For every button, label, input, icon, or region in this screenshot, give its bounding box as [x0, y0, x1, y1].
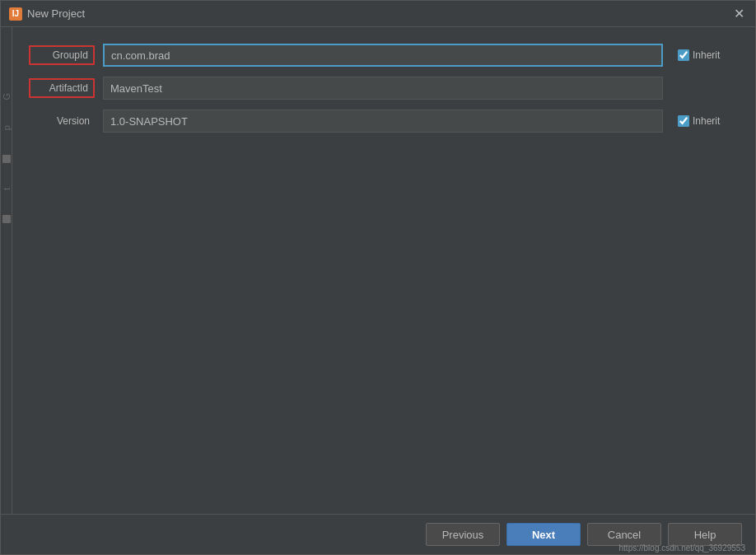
dialog-title: New Project	[27, 7, 85, 20]
next-button[interactable]: Next	[506, 523, 581, 546]
sidebar-letter-t: t	[2, 188, 12, 190]
sidebar-icon	[2, 155, 11, 163]
groupid-label: GroupId	[29, 45, 95, 65]
version-inherit-label: Inherit	[693, 115, 720, 127]
content-area: G p t GroupId Inherit ArtifactId	[1, 27, 755, 514]
footer: Previous Next Cancel Help https://blog.c…	[1, 514, 755, 554]
app-icon: IJ	[9, 7, 22, 21]
version-input[interactable]	[103, 110, 663, 133]
previous-button[interactable]: Previous	[426, 523, 500, 546]
artifactid-row: ArtifactId	[29, 77, 739, 100]
groupid-row: GroupId Inherit	[29, 44, 739, 67]
artifactid-label: ArtifactId	[29, 78, 95, 98]
cancel-button[interactable]: Cancel	[587, 523, 661, 546]
groupid-input[interactable]	[103, 44, 663, 67]
help-button[interactable]: Help	[668, 523, 742, 546]
new-project-dialog: IJ New Project ✕ G p t GroupId Inherit	[0, 0, 756, 555]
version-inherit-container: Inherit	[678, 115, 720, 127]
sidebar-icon2	[2, 215, 11, 223]
groupid-inherit-container: Inherit	[678, 49, 720, 61]
close-button[interactable]: ✕	[730, 6, 747, 22]
title-bar-left: IJ New Project	[9, 7, 85, 21]
footer-url: https://blog.csdn.net/qq_36929553	[619, 543, 745, 553]
version-inherit-checkbox[interactable]	[678, 115, 689, 127]
sidebar: G p t	[1, 27, 12, 514]
groupid-inherit-label: Inherit	[693, 49, 720, 61]
main-form-area: GroupId Inherit ArtifactId Version Inher…	[12, 27, 755, 514]
version-row: Version Inherit	[29, 110, 739, 133]
version-label: Version	[29, 113, 95, 129]
groupid-inherit-checkbox[interactable]	[678, 49, 689, 61]
title-bar: IJ New Project ✕	[1, 1, 755, 27]
sidebar-letter-g: G	[2, 93, 12, 100]
artifactid-input[interactable]	[103, 77, 663, 100]
sidebar-letter-p: p	[2, 125, 12, 130]
